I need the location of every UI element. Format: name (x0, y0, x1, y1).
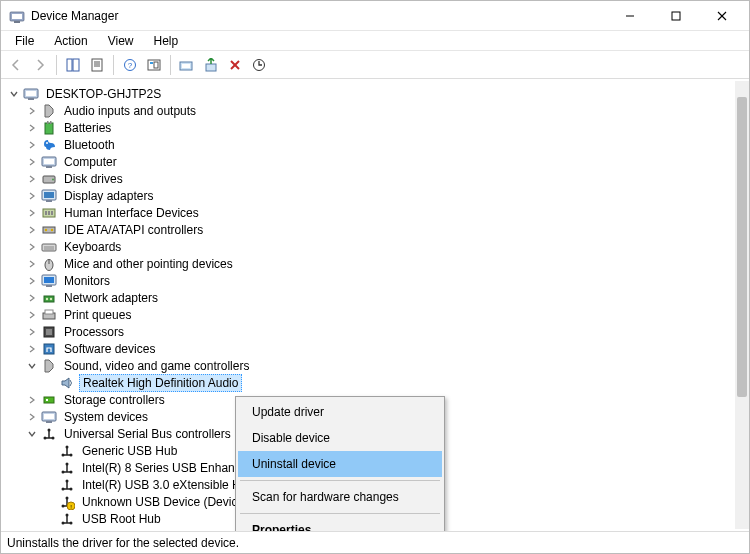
svg-rect-34 (46, 166, 52, 168)
category-label: Print queues (61, 307, 134, 323)
computer-icon (23, 86, 39, 102)
ctx-separator (240, 480, 440, 481)
chevron-right-icon[interactable] (25, 206, 39, 220)
category-icon (41, 171, 57, 187)
chevron-right-icon[interactable] (25, 410, 39, 424)
tree-category[interactable]: Human Interface Devices (1, 204, 735, 221)
svg-rect-62 (44, 344, 54, 354)
svg-rect-17 (154, 62, 158, 68)
menu-action[interactable]: Action (44, 32, 97, 50)
chevron-right-icon[interactable] (25, 172, 39, 186)
svg-rect-2 (14, 21, 20, 23)
tree-category[interactable]: Software devices (1, 340, 735, 357)
svg-rect-1 (12, 14, 22, 19)
minimize-button[interactable] (607, 2, 653, 30)
ctx-uninstall-device[interactable]: Uninstall device (238, 451, 442, 477)
tree-category[interactable]: Computer (1, 153, 735, 170)
ctx-disable-device[interactable]: Disable device (238, 425, 442, 451)
chevron-right-icon[interactable] (25, 257, 39, 271)
category-label: System devices (61, 409, 151, 425)
help-button[interactable]: ? (119, 54, 141, 76)
category-label: Disk drives (61, 171, 126, 187)
tree-category[interactable]: Batteries (1, 119, 735, 136)
usb-icon (59, 477, 75, 493)
svg-rect-20 (206, 64, 216, 71)
chevron-right-icon[interactable] (25, 325, 39, 339)
category-icon (41, 324, 57, 340)
back-button[interactable] (5, 54, 27, 76)
scroll-thumb[interactable] (737, 97, 747, 397)
category-label: Universal Serial Bus controllers (61, 426, 234, 442)
svg-rect-7 (67, 59, 72, 71)
chevron-right-icon[interactable] (25, 291, 39, 305)
svg-marker-64 (62, 378, 69, 388)
properties-button[interactable] (86, 54, 108, 76)
titlebar: Device Manager (1, 1, 749, 31)
tree-category[interactable]: Keyboards (1, 238, 735, 255)
chevron-right-icon[interactable] (25, 104, 39, 118)
tree-category[interactable]: Network adapters (1, 289, 735, 306)
ctx-update-driver[interactable]: Update driver (238, 399, 442, 425)
chevron-right-icon[interactable] (25, 393, 39, 407)
device-label: Intel(R) USB 3.0 eXtensible H (79, 477, 244, 493)
chevron-down-icon[interactable] (25, 427, 39, 441)
usb-icon (59, 443, 75, 459)
vertical-scrollbar[interactable] (735, 81, 749, 529)
chevron-right-icon[interactable] (25, 189, 39, 203)
close-button[interactable] (699, 2, 745, 30)
category-icon (41, 256, 57, 272)
menu-file[interactable]: File (5, 32, 44, 50)
chevron-down-icon[interactable] (25, 359, 39, 373)
chevron-right-icon[interactable] (25, 223, 39, 237)
ctx-scan-hardware[interactable]: Scan for hardware changes (238, 484, 442, 510)
chevron-right-icon[interactable] (25, 240, 39, 254)
svg-point-46 (51, 228, 53, 230)
toolbar-icon-2[interactable] (143, 54, 165, 76)
svg-rect-59 (45, 310, 53, 314)
chevron-right-icon[interactable] (25, 155, 39, 169)
chevron-right-icon[interactable] (25, 274, 39, 288)
menu-view[interactable]: View (98, 32, 144, 50)
svg-point-36 (52, 178, 54, 180)
category-label: Audio inputs and outputs (61, 103, 199, 119)
device-label: Intel(R) 8 Series USB Enhanc (79, 460, 244, 476)
svg-rect-53 (44, 277, 54, 283)
forward-button[interactable] (29, 54, 51, 76)
tree-category[interactable]: Display adapters (1, 187, 735, 204)
maximize-button[interactable] (653, 2, 699, 30)
chevron-right-icon[interactable] (25, 342, 39, 356)
menu-help[interactable]: Help (144, 32, 189, 50)
tree-category[interactable]: Bluetooth (1, 136, 735, 153)
tree-category[interactable]: Print queues (1, 306, 735, 323)
tree-device-selected[interactable]: Realtek High Definition Audio (1, 374, 735, 391)
svg-rect-69 (46, 421, 52, 423)
svg-rect-9 (92, 59, 102, 71)
chevron-right-icon[interactable] (25, 138, 39, 152)
svg-rect-55 (44, 296, 54, 302)
statusbar: Uninstalls the driver for the selected d… (1, 531, 749, 553)
svg-text:?: ? (128, 61, 133, 70)
tree-category[interactable]: Audio inputs and outputs (1, 102, 735, 119)
tree-category[interactable]: Mice and other pointing devices (1, 255, 735, 272)
enable-device-button[interactable] (200, 54, 222, 76)
category-icon (41, 426, 57, 442)
uninstall-device-button[interactable] (224, 54, 246, 76)
scan-hardware-button[interactable] (248, 54, 270, 76)
tree-category[interactable]: IDE ATA/ATAPI controllers (1, 221, 735, 238)
tree-category[interactable]: Processors (1, 323, 735, 340)
update-driver-button[interactable] (176, 54, 198, 76)
tree-root-node[interactable]: DESKTOP-GHJTP2S (1, 85, 735, 102)
chevron-right-icon[interactable] (25, 121, 39, 135)
chevron-right-icon[interactable] (25, 308, 39, 322)
chevron-down-icon[interactable] (7, 87, 21, 101)
device-label: Realtek High Definition Audio (79, 374, 242, 392)
tree-category[interactable]: Sound, video and game controllers (1, 357, 735, 374)
svg-rect-54 (46, 285, 52, 287)
show-hide-tree-button[interactable] (62, 54, 84, 76)
tree-category[interactable]: Disk drives (1, 170, 735, 187)
status-text: Uninstalls the driver for the selected d… (7, 536, 239, 550)
category-icon (41, 120, 57, 136)
tree-category[interactable]: Monitors (1, 272, 735, 289)
toolbar: ? (1, 51, 749, 79)
category-label: Monitors (61, 273, 113, 289)
